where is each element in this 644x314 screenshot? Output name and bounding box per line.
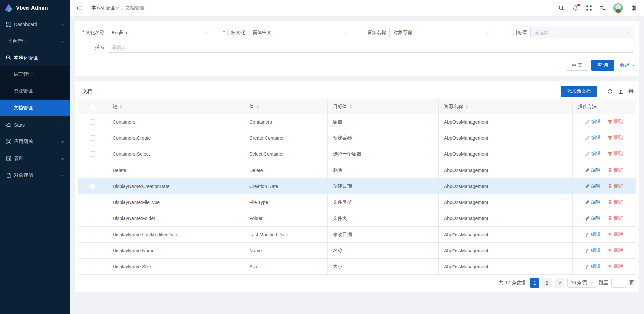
page-button-1[interactable]: 1 [530, 278, 539, 288]
cell-resource-name: AbpOssManagement [439, 259, 545, 275]
select-all-checkbox[interactable] [90, 104, 95, 109]
row-checkbox[interactable] [90, 135, 95, 141]
sidebar-item-document-management[interactable]: 文档管理 [0, 100, 70, 116]
settings-icon[interactable] [631, 5, 637, 11]
row-checkbox[interactable] [90, 184, 95, 189]
sidebar-item-resource-management[interactable]: 资源管理 [0, 83, 70, 100]
column-header-2[interactable]: 目标值 [328, 99, 439, 114]
search-input[interactable] [108, 42, 634, 53]
settings-icon[interactable] [628, 88, 634, 95]
edit-button[interactable]: 编辑 [585, 215, 601, 221]
row-checkbox[interactable] [90, 232, 95, 237]
sort-icon[interactable] [465, 105, 468, 109]
cell-empty [545, 146, 573, 162]
delete-button[interactable]: 删除 [608, 167, 624, 173]
edit-button[interactable]: 编辑 [585, 247, 601, 253]
sidebar-item-dashboard[interactable]: Dashboard [0, 18, 70, 31]
next-page-button[interactable]: > [555, 278, 564, 288]
edit-button[interactable]: 编辑 [585, 119, 601, 125]
localization-icon: A [6, 55, 11, 61]
sidebar-item-localization-management[interactable]: A本地化管理 [0, 51, 70, 65]
edit-button[interactable]: 编辑 [585, 199, 601, 205]
cell-value: Containers [244, 114, 328, 130]
column-header-3[interactable]: 资源名称 [439, 99, 545, 114]
edit-label: 编辑 [591, 263, 601, 269]
query-button[interactable]: 查 询 [591, 60, 614, 71]
chevron-down-icon [61, 156, 64, 160]
page-content: 文化名称English目标文化简体中文资源名称对象存储目标值请选择 搜索 重 置… [70, 16, 644, 298]
sidebar-item-app-gateway[interactable]: 应用网关 [0, 135, 70, 148]
cell-resource-name: AbpOssManagement [439, 227, 545, 243]
sidebar-item-platform-management[interactable]: 平台管理 [0, 35, 70, 48]
chevron-down-icon [61, 173, 64, 177]
sidebar-item-saas[interactable]: Saas [0, 118, 70, 132]
sidebar-item-object-storage[interactable]: 对象存储 [0, 169, 70, 182]
row-checkbox[interactable] [90, 168, 95, 173]
row-checkbox[interactable] [90, 151, 95, 157]
row-checkbox[interactable] [90, 248, 95, 253]
sort-icon[interactable] [256, 105, 259, 109]
notification-icon[interactable] [572, 5, 578, 11]
row-checkbox[interactable] [90, 264, 95, 269]
search-icon[interactable] [558, 5, 565, 11]
row-checkbox[interactable] [90, 216, 95, 221]
collapse-link[interactable]: 收起 [620, 62, 634, 68]
breadcrumb-item[interactable]: 本地化管理 [91, 5, 119, 11]
action-divider [604, 152, 604, 157]
sidebar-item-management[interactable]: 管理 [0, 152, 70, 165]
row-height-icon[interactable] [618, 88, 624, 95]
cell-key: Containers [107, 114, 244, 130]
delete-button[interactable]: 删除 [608, 135, 624, 141]
edit-button[interactable]: 编辑 [585, 231, 601, 237]
reset-button[interactable]: 重 置 [566, 60, 588, 71]
menu-fold-icon[interactable] [76, 5, 83, 11]
translate-icon[interactable]: 文A [600, 5, 606, 11]
edit-button[interactable]: 编辑 [585, 263, 601, 269]
cell-actions: 编辑删除 [573, 114, 636, 130]
delete-button[interactable]: 删除 [608, 151, 624, 157]
row-checkbox[interactable] [90, 200, 95, 205]
culture-name-select[interactable]: English [108, 27, 211, 38]
delete-button[interactable]: 删除 [608, 215, 624, 221]
delete-button[interactable]: 删除 [608, 199, 624, 205]
sort-icon[interactable] [350, 105, 352, 109]
chevron-down-icon [486, 30, 490, 34]
edit-button[interactable]: 编辑 [585, 167, 601, 173]
sidebar-item-language-management[interactable]: 语言管理 [0, 66, 70, 83]
fullscreen-icon[interactable] [586, 5, 592, 11]
target-culture-select[interactable]: 简体中文 [249, 27, 352, 38]
breadcrumb-item-label: 本地化管理 [91, 5, 115, 11]
action-divider [604, 169, 604, 173]
delete-button[interactable]: 删除 [608, 263, 624, 269]
delete-button[interactable]: 删除 [608, 247, 624, 253]
add-document-button[interactable]: 添加新文档 [561, 86, 597, 97]
delete-button[interactable]: 删除 [608, 183, 624, 189]
target-value-select[interactable]: 请选择 [530, 27, 634, 38]
action-divider [604, 249, 604, 254]
row-select-cell [78, 114, 107, 130]
resource-name-select[interactable]: 对象存储 [389, 27, 493, 38]
user-avatar[interactable] [613, 3, 623, 13]
cell-target-value: 大小 [328, 259, 439, 275]
culture-name-label: 文化名称 [75, 29, 108, 36]
edit-label: 编辑 [591, 231, 601, 237]
jump-page-input[interactable] [611, 278, 626, 288]
edit-button[interactable]: 编辑 [585, 151, 601, 157]
row-checkbox[interactable] [90, 119, 95, 125]
delete-button[interactable]: 删除 [608, 231, 624, 237]
delete-button[interactable]: 删除 [608, 119, 624, 125]
app-logo[interactable]: Vben Admin [0, 0, 70, 16]
page-button-2[interactable]: 2 [542, 278, 552, 288]
edit-button[interactable]: 编辑 [585, 135, 601, 141]
collapse-label: 收起 [620, 62, 629, 68]
filter-panel: 文化名称English目标文化简体中文资源名称对象存储目标值请选择 搜索 重 置… [75, 21, 639, 76]
refresh-icon[interactable] [607, 88, 613, 95]
sort-icon[interactable] [120, 105, 122, 109]
edit-button[interactable]: 编辑 [585, 183, 601, 189]
chevron-down-icon [205, 30, 208, 34]
culture-name-value: English [112, 30, 127, 35]
column-header-1[interactable]: 值 [244, 99, 328, 114]
page-size-select[interactable]: 10 条/页 [567, 278, 596, 288]
column-header-0[interactable]: 键 [107, 99, 244, 114]
edit-label: 编辑 [591, 215, 601, 221]
